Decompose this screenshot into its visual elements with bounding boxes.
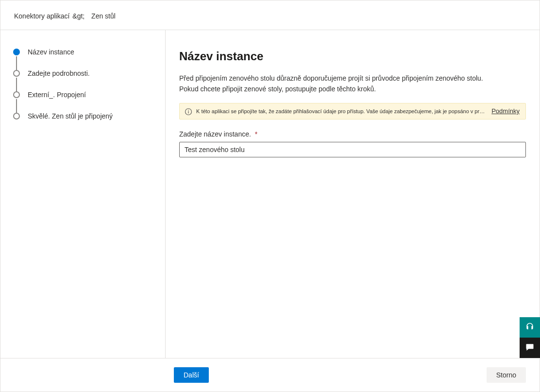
required-marker: *: [253, 130, 257, 138]
cancel-button[interactable]: Storno: [487, 367, 526, 383]
step-label: Zadejte podrobnosti.: [28, 69, 90, 78]
step-item-2[interactable]: Externí_. Propojení: [13, 90, 155, 112]
step-bullet-icon: [13, 91, 20, 98]
breadcrumb-separator: &gt;: [71, 12, 85, 20]
wizard-stepper: Název instanceZadejte podrobnosti.Extern…: [0, 30, 166, 358]
terms-link[interactable]: Podmínky: [491, 106, 520, 115]
step-item-1[interactable]: Zadejte podrobnosti.: [13, 69, 155, 90]
instance-name-input[interactable]: [179, 142, 526, 157]
chat-icon: [525, 342, 535, 354]
step-item-3[interactable]: Skvělé. Zen stůl je připojený: [13, 112, 155, 133]
footer-bar: Další Storno: [0, 358, 540, 392]
step-label: Externí_. Propojení: [28, 90, 86, 99]
svg-point-2: [188, 110, 189, 111]
instance-name-label: Zadejte název instance. *: [179, 130, 526, 138]
breadcrumb-current: Zen stůl: [87, 12, 116, 20]
info-icon: [185, 108, 192, 116]
main-content: Název instance Před připojením zenového …: [166, 30, 540, 358]
breadcrumb: Konektory aplikací &gt; Zen stůl: [0, 0, 540, 30]
feedback-button[interactable]: [520, 338, 540, 358]
step-label: Skvělé. Zen stůl je připojený: [28, 112, 113, 120]
info-banner: K této aplikaci se připojíte tak, že zad…: [179, 103, 526, 119]
next-button[interactable]: Další: [174, 367, 209, 383]
step-item-0[interactable]: Název instance: [13, 48, 155, 69]
headset-icon: [525, 322, 535, 333]
info-banner-text: K této aplikaci se připojíte tak, že zad…: [196, 106, 488, 115]
page-title: Název instance: [179, 50, 526, 63]
step-bullet-icon: [13, 49, 20, 55]
page-description: Před připojením zenového stolu důrazně d…: [179, 73, 526, 94]
step-bullet-icon: [13, 70, 20, 77]
support-button[interactable]: [520, 317, 540, 338]
breadcrumb-root[interactable]: Konektory aplikací: [14, 12, 69, 20]
step-label: Název instance: [28, 48, 74, 56]
step-bullet-icon: [13, 113, 20, 119]
